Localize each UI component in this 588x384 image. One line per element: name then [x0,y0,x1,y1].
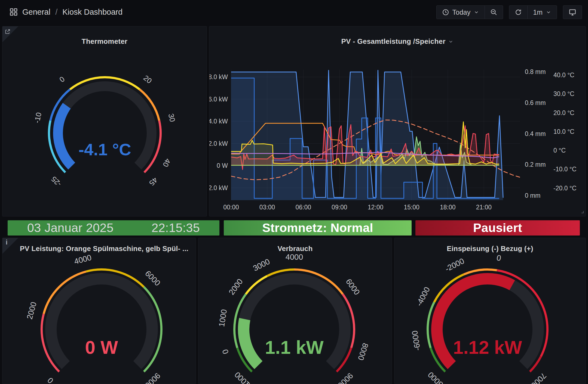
pausiert-status-text: Pausiert [473,221,522,235]
axis-tick-label: 6.0 kW [209,96,228,103]
gauge-tick-label: 3000 [252,257,271,273]
axis-tick-label: 0 W [217,162,228,169]
axis-tick-label: 8.0 kW [209,73,228,80]
axis-tick-label: 20.0 °C [553,109,574,116]
stromnetz-status-text: Stromnetz: Normal [262,221,373,235]
axis-tick-label: -20.0 °C [553,185,577,192]
breadcrumb: General / Kiosk Dashboard [9,8,122,17]
axis-tick-label: 40.0 °C [553,72,574,79]
gauge-thermometer: -25-10020304045-4.1 °C [2,26,207,217]
gauge-tick-label: 8000 [356,342,370,361]
axis-tick-label: 0.8 mm [525,68,546,75]
gauge-tick-label: 30 [167,113,177,123]
axis-tick-label: 30.0 °C [553,90,574,97]
gauge-tick-label: -6000 [410,330,422,351]
gauge-tick-label: 45 [148,176,159,187]
gauge-tick-label: 4000 [73,253,93,266]
axis-tick-label: 21:00 [476,204,492,211]
time-series-chart[interactable]: 8.0 kW6.0 kW4.0 kW2.0 kW0 W-2.0 kW00:000… [209,26,586,216]
axis-tick-label: 03:00 [259,204,275,211]
pv-chart-svg: 8.0 kW6.0 kW4.0 kW2.0 kW0 W-2.0 kW00:000… [209,26,586,217]
gauge-tick-label: 40 [161,157,172,168]
pausiert-status-bar: Pausiert [415,220,580,236]
refresh-button[interactable] [509,6,527,19]
clock-icon [442,9,449,16]
breadcrumb-page[interactable]: Kiosk Dashboard [62,8,122,17]
gauge-tick-label: -2000 [444,256,466,273]
panel-verbrauch: Verbrauch -10000100020003000400060008000… [198,238,392,384]
gauge-einspeisung: -8000-6000-4000-2000070001.12 kW [394,238,586,384]
zoom-out-icon [490,9,497,16]
axis-tick-label: 00:00 [223,204,239,211]
gauge-tick-label: 1000 [217,309,228,327]
gauge-tick-label: -25 [50,175,63,188]
axis-tick-label: -2.0 kW [209,184,228,191]
axis-tick-label: 06:00 [295,204,311,211]
gauge-tick-label: -1000 [233,370,253,384]
gauge-tick-label: -4000 [415,286,431,308]
axis-tick-label: -10.0 °C [553,166,577,173]
gauge-tick-label: 6000 [344,277,362,296]
gauge-tick-label: 7000 [529,371,548,384]
gauge-verbrauch: -1000010002000300040006000800090001.1 kW [198,238,392,384]
breadcrumb-section[interactable]: General [22,8,50,17]
gauge-tick-label: 0 [58,75,66,84]
datetime-status-bar: 03 Januar 2025 22:15:35 [8,220,219,236]
toolbar: Today [436,5,582,19]
axis-tick-label: 2.0 kW [209,140,228,147]
monitor-icon [569,8,576,16]
gauge-tick-label: 6000 [143,269,162,287]
gauge-tick-label: 20 [142,74,153,85]
axis-tick-label: 10.0 °C [553,128,574,135]
kiosk-tv-button[interactable] [563,6,582,19]
gauge-value: 1.12 kW [453,337,522,358]
axis-tick-label: 09:00 [332,204,347,211]
gauge-tick-label: 0 [46,376,55,384]
axis-tick-label: 12:00 [368,204,384,211]
refresh-icon [515,9,522,16]
gauge-value: 0 W [85,337,118,358]
axis-tick-label: 0 °C [553,147,566,154]
panel-pv-leistung: i PV Leistung: Orange Spülmaschine, gelb… [2,238,196,384]
stromnetz-status-bar: Stromnetz: Normal [224,220,412,236]
gauge-value-fill [244,319,258,365]
zoom-out-button[interactable] [485,6,503,19]
axis-tick-label: 18:00 [440,204,456,211]
gauge-value: -4.1 °C [78,140,131,159]
axis-tick-label: 4.0 kW [209,118,228,125]
pv-leistung-gauge: 020004000600090000 W [2,238,196,384]
chevron-down-icon [474,10,479,15]
gauge-tick-label: 9000 [143,371,162,384]
gauge-value-fill [58,106,72,166]
kiosk-group [563,5,582,19]
time-range-label: Today [452,8,471,16]
thermometer-gauge: -25-10020304045-4.1 °C [2,26,207,216]
axis-tick-label: 0 mm [525,192,541,199]
time-range-button[interactable]: Today [437,6,485,19]
panel-einspeisung: Einspeisung (-) Bezug (+) -8000-6000-400… [394,238,586,384]
axis-tick-label: 15:00 [404,204,419,211]
panel-thermometer: Thermometer -25-10020304045-4.1 °C [2,26,207,216]
gauge-tick-label: 4000 [286,253,303,261]
axis-tick-label: 0.6 mm [525,99,546,106]
gauge-tick-label: 2000 [25,301,38,320]
gauge-tick-label: -10 [33,112,43,124]
app-header: General / Kiosk Dashboard Today [0,0,588,24]
chevron-down-icon [546,10,551,15]
gauge-tick-label: 9000 [336,371,355,384]
status-date: 03 Januar 2025 [27,221,114,235]
refresh-interval-button[interactable]: 1m [527,6,557,19]
gauge-tick-label: 0 [220,348,230,355]
verbrauch-gauge: -1000010002000300040006000800090001.1 kW [198,238,392,384]
status-time: 22:15:35 [151,221,200,235]
dashboard-grid-icon[interactable] [9,8,18,16]
panel-resize-grip[interactable] [580,210,584,215]
time-range-group: Today [436,5,503,19]
breadcrumb-separator: / [55,8,57,17]
axis-tick-label: 0.4 mm [525,130,546,137]
refresh-group: 1m [509,5,557,19]
gauge-tick-label: -8000 [426,370,446,384]
gauge-pv-leistung: 020004000600090000 W [2,238,196,384]
axis-tick-label: 0.2 mm [525,161,546,168]
gauge-tick-label: 0 [496,253,502,262]
